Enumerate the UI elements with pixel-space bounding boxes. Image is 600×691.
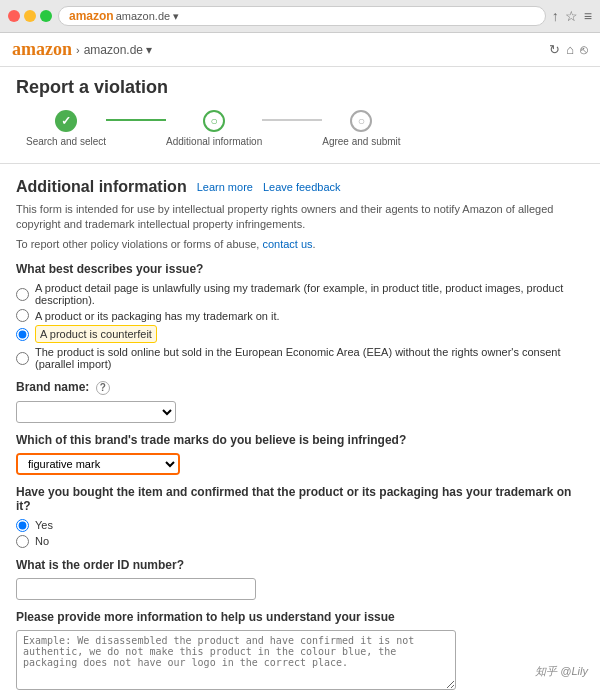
share-icon[interactable]: ↑ — [552, 8, 559, 24]
question1-label: What best describes your issue? — [16, 262, 584, 276]
bought-no-option: No — [16, 535, 584, 548]
trademark-select[interactable]: figurative mark — [18, 455, 178, 473]
breadcrumb-separator: › — [76, 44, 80, 56]
radio-label-1: A product detail page is unlawfully usin… — [35, 282, 584, 306]
report-header: Report a violation ✓ Search and select ○… — [0, 67, 600, 164]
radio-option-4: The product is sold online but sold in t… — [16, 346, 584, 370]
intro-text-2: To report other policy violations or for… — [16, 237, 584, 252]
breadcrumb: amazon › amazon.de ▾ — [12, 39, 152, 60]
connector-2 — [262, 119, 322, 121]
page-header: amazon › amazon.de ▾ ↻ ⌂ ⎋ — [0, 33, 600, 67]
main-content: Additional information Learn more Leave … — [0, 164, 600, 691]
brand-select[interactable] — [16, 401, 176, 423]
brand-name-group: Brand name: ? — [16, 380, 584, 423]
radio-option-3: A product is counterfeit — [16, 325, 584, 343]
step-1-circle: ✓ — [55, 110, 77, 132]
bought-yes-label: Yes — [35, 519, 53, 531]
section-title-additional: Additional information Learn more Leave … — [16, 178, 584, 196]
order-id-input[interactable] — [16, 578, 256, 600]
browser-toolbar: ↑ ☆ ≡ — [552, 8, 592, 24]
step-2: ○ Additional information — [166, 110, 262, 147]
radio-label-4: The product is sold online but sold in t… — [35, 346, 584, 370]
radio-input-2[interactable] — [16, 309, 29, 322]
bought-no-radio[interactable] — [16, 535, 29, 548]
home-icon[interactable]: ⌂ — [566, 42, 574, 57]
trademark-group: Which of this brand's trade marks do you… — [16, 433, 584, 475]
radio-input-4[interactable] — [16, 352, 29, 365]
bought-no-label: No — [35, 535, 49, 547]
step-3-label: Agree and submit — [322, 136, 400, 147]
progress-steps: ✓ Search and select ○ Additional informa… — [16, 110, 584, 157]
brand-help-icon[interactable]: ? — [96, 381, 110, 395]
order-id-group: What is the order ID number? — [16, 558, 584, 600]
trademark-select-wrapper: figurative mark — [16, 453, 180, 475]
radio-option-2: A product or its packaging has my tradem… — [16, 309, 584, 322]
minimize-button[interactable] — [24, 10, 36, 22]
sidebar-icon[interactable]: ≡ — [584, 8, 592, 24]
browser-chrome: amazon amazon.de ▾ ↑ ☆ ≡ — [0, 0, 600, 33]
watermark: 知乎 @Lily — [535, 664, 588, 679]
bought-label: Have you bought the item and confirmed t… — [16, 485, 584, 513]
step-1: ✓ Search and select — [26, 110, 106, 147]
step-2-label: Additional information — [166, 136, 262, 147]
learn-more-link[interactable]: Learn more — [197, 181, 253, 193]
address-domain: amazon.de ▾ — [116, 10, 179, 23]
maximize-button[interactable] — [40, 10, 52, 22]
step-3: ○ Agree and submit — [322, 110, 400, 147]
radio-label-2: A product or its packaging has my tradem… — [35, 310, 280, 322]
more-info-label: Please provide more information to help … — [16, 610, 584, 624]
leave-feedback-link[interactable]: Leave feedback — [263, 181, 341, 193]
bookmark-icon[interactable]: ☆ — [565, 8, 578, 24]
browser-window-controls — [8, 10, 52, 22]
step-3-circle: ○ — [350, 110, 372, 132]
order-id-label: What is the order ID number? — [16, 558, 584, 572]
amazon-logo: amazon — [69, 9, 114, 23]
brand-label-text: Brand name: — [16, 380, 89, 394]
close-button[interactable] — [8, 10, 20, 22]
amazon-site-logo: amazon — [12, 39, 72, 60]
connector-1 — [106, 119, 166, 121]
bought-yes-radio[interactable] — [16, 519, 29, 532]
share2-icon[interactable]: ⎋ — [580, 42, 588, 57]
radio-label-3: A product is counterfeit — [35, 325, 157, 343]
reload-icon[interactable]: ↻ — [549, 42, 560, 57]
page-title: Report a violation — [16, 77, 584, 98]
bought-group: Have you bought the item and confirmed t… — [16, 485, 584, 548]
radio-input-1[interactable] — [16, 288, 29, 301]
step-2-circle: ○ — [203, 110, 225, 132]
header-icons: ↻ ⌂ ⎋ — [549, 42, 588, 57]
additional-info-title: Additional information — [16, 178, 187, 196]
more-info-group: Please provide more information to help … — [16, 610, 584, 691]
more-info-textarea[interactable] — [16, 630, 456, 690]
contact-us-link[interactable]: contact us — [262, 238, 312, 250]
question1-group: What best describes your issue? A produc… — [16, 262, 584, 370]
trademark-label: Which of this brand's trade marks do you… — [16, 433, 584, 447]
breadcrumb-item: amazon.de ▾ — [84, 43, 153, 57]
radio-input-3[interactable] — [16, 328, 29, 341]
bought-yes-option: Yes — [16, 519, 584, 532]
radio-option-1: A product detail page is unlawfully usin… — [16, 282, 584, 306]
brand-name-label: Brand name: ? — [16, 380, 584, 395]
step-1-label: Search and select — [26, 136, 106, 147]
address-bar[interactable]: amazon amazon.de ▾ — [58, 6, 546, 26]
intro-text-1: This form is intended for use by intelle… — [16, 202, 584, 233]
